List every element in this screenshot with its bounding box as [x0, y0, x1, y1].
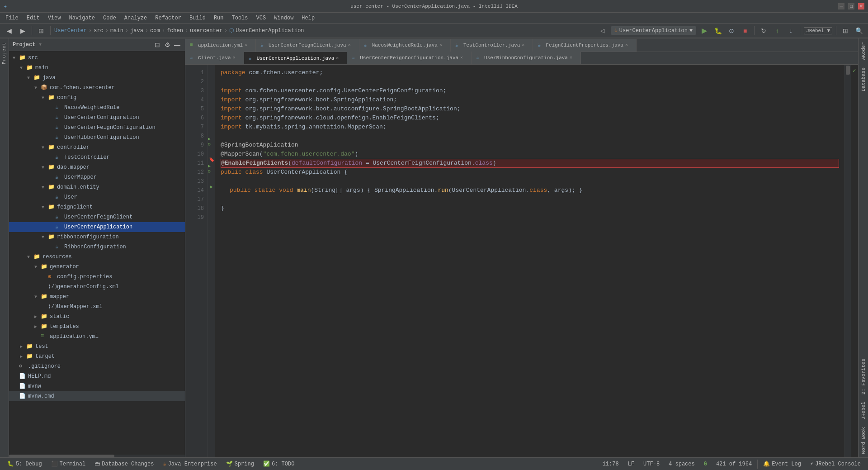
tree-item-UserRibbonConfiguration[interactable]: ☕ UserRibbonConfiguration: [9, 133, 185, 142]
encoding-indicator[interactable]: UTF-8: [640, 460, 663, 468]
event-log-button[interactable]: 🔔 Event Log: [760, 460, 805, 468]
breadcrumb-usercenter2[interactable]: usercenter: [190, 28, 222, 34]
line-ending-indicator[interactable]: LF: [624, 460, 638, 468]
spring-button[interactable]: 🌱 Spring: [222, 460, 258, 468]
vertical-scrollbar[interactable]: [844, 65, 851, 457]
breadcrumb-fchen[interactable]: fchen: [167, 28, 183, 34]
tree-item-generatorConfig-xml[interactable]: ⟨/⟩ generatorConfig.xml: [9, 282, 185, 292]
lines-indicator[interactable]: 421 of 1964: [712, 460, 755, 468]
tree-item-dao-mapper[interactable]: ▼ 📁 dao.mapper: [9, 162, 185, 172]
recent-files-button[interactable]: ⊞: [36, 25, 47, 36]
minimize-panel-button[interactable]: —: [173, 41, 181, 49]
indent-indicator[interactable]: 4 spaces: [665, 460, 698, 468]
menu-tools[interactable]: Tools: [228, 14, 252, 22]
tree-item-feignclient[interactable]: ▼ 📁 feignclient: [9, 202, 185, 212]
menu-refactor[interactable]: Refactor: [151, 14, 185, 22]
tree-item-config[interactable]: ▼ 📁 config: [9, 93, 185, 103]
tree-item-UserCenterConfiguration[interactable]: ☕ UserCenterConfiguration: [9, 113, 185, 123]
tree-item-UserCenterFeignConfiguration[interactable]: ☕ UserCenterFeignConfiguration: [9, 123, 185, 133]
database-changes-button[interactable]: 🗃 Database Changes: [91, 460, 157, 468]
breadcrumb-class[interactable]: UserCenterApplication: [236, 28, 304, 34]
right-panel-akoder[interactable]: AKoder: [859, 38, 868, 64]
tree-item-HELP-md[interactable]: 📄 HELP.md: [9, 371, 185, 381]
tree-item-src[interactable]: ▼ 📁 src: [9, 53, 185, 63]
update-button[interactable]: ↻: [758, 25, 769, 36]
tab-close-button[interactable]: ✕: [460, 55, 467, 61]
maximize-button[interactable]: □: [848, 3, 854, 9]
tree-item-test[interactable]: ▶ 📁 test: [9, 342, 185, 351]
tab-close-button[interactable]: ✕: [245, 42, 251, 48]
horizontal-scrollbar[interactable]: [9, 455, 185, 457]
tab-close-button[interactable]: ✕: [570, 55, 576, 61]
menu-view[interactable]: View: [44, 14, 65, 22]
tab-close-button[interactable]: ✕: [336, 55, 342, 62]
tab-application-yml[interactable]: ≡ application.yml ✕: [185, 39, 256, 52]
gutter-14[interactable]: ▶: [208, 182, 215, 191]
tree-item-NacosWeightedRule[interactable]: ☕ NacosWeightedRule: [9, 103, 185, 113]
jrebel-console-button[interactable]: ⚡ JRebel Console: [807, 460, 864, 468]
breadcrumb-main[interactable]: main: [110, 28, 123, 34]
tree-item-UserMapper-xml[interactable]: ⟨/⟩ UserMapper.xml: [9, 302, 185, 312]
tree-item-mapper[interactable]: ▼ 📁 mapper: [9, 292, 185, 302]
tree-item-UserMapper[interactable]: ☕ UserMapper: [9, 172, 185, 182]
tree-item-target[interactable]: ▶ 📁 target: [9, 351, 185, 361]
right-panel-favorites[interactable]: 2: Favorites: [859, 355, 868, 398]
breadcrumb-java[interactable]: java: [130, 28, 143, 34]
tree-item-application-yml[interactable]: ≡ application.yml: [9, 332, 185, 342]
tree-item-UserCenterFeignClient[interactable]: ☕ UserCenterFeignClient: [9, 212, 185, 222]
tab-FeignClientProperties[interactable]: ☕ FeignClientProperties.java ✕: [533, 39, 637, 52]
nav-left-icon[interactable]: ◁: [597, 25, 608, 36]
java-enterprise-button[interactable]: ☕ Java Enterprise: [159, 460, 220, 468]
tab-close-button[interactable]: ✕: [522, 42, 528, 48]
tree-item-ribbonconfiguration[interactable]: ▼ 📁 ribbonconfiguration: [9, 232, 185, 242]
menu-help[interactable]: Help: [298, 14, 318, 22]
forward-button[interactable]: ▶: [17, 25, 28, 36]
tree-item-User[interactable]: ☕ User: [9, 192, 185, 202]
menu-code[interactable]: Code: [99, 14, 120, 22]
menu-window[interactable]: Window: [270, 14, 297, 22]
gutter-12[interactable]: ▶ ⚙: [208, 164, 215, 173]
tab-UserCenterApplication[interactable]: ☕ UserCenterApplication.java ✕: [244, 52, 348, 64]
tree-item-templates[interactable]: ▶ 📁 templates: [9, 322, 185, 332]
tree-item-java[interactable]: ▼ 📁 java: [9, 73, 185, 83]
tree-item-resources[interactable]: ▼ 📁 resources: [9, 252, 185, 262]
gutter-9[interactable]: ▶ ⚙: [208, 137, 215, 146]
annotate-button[interactable]: ↓: [785, 25, 796, 36]
right-panel-database[interactable]: Database: [859, 64, 868, 95]
project-icon[interactable]: Project: [2, 42, 7, 64]
tab-close-button[interactable]: ✕: [348, 42, 354, 48]
run-button[interactable]: ▶: [699, 25, 710, 36]
run-configuration[interactable]: ☕ UserCenterApplication ▼: [611, 26, 697, 35]
tree-item-main[interactable]: ▼ 📁 main: [9, 63, 185, 73]
tab-NacosWeightedRule[interactable]: ☕ NacosWeightedRule.java ✕: [359, 39, 451, 52]
tree-item-UserCenterApplication[interactable]: ☕ UserCenterApplication: [9, 222, 185, 232]
tab-UserRibbonConfiguration[interactable]: ☕ UserRibbonConfiguration.java ✕: [472, 52, 581, 64]
debug-tool-button[interactable]: 🐛 5: Debug: [4, 460, 46, 468]
terminal-tool-button[interactable]: ⬛ Terminal: [47, 460, 90, 468]
close-button[interactable]: ✕: [858, 3, 864, 9]
minimize-button[interactable]: ─: [838, 3, 844, 9]
terminal-icon-btn[interactable]: ⊞: [840, 25, 851, 36]
debug-button[interactable]: 🐛: [712, 25, 723, 36]
tab-UserCenterFeignClient[interactable]: ☕ UserCenterFeignClient.java ✕: [256, 39, 359, 52]
menu-run[interactable]: Run: [210, 14, 227, 22]
menu-analyze[interactable]: Analyze: [121, 14, 151, 22]
tree-item-controller[interactable]: ▼ 📁 controller: [9, 142, 185, 152]
run-with-coverage-button[interactable]: ⊙: [726, 25, 737, 36]
tab-UserCenterFeignConfiguration[interactable]: ☕ UserCenterFeignConfiguration.java ✕: [347, 52, 472, 64]
collapse-all-button[interactable]: ⊟: [153, 41, 161, 49]
tab-close-button[interactable]: ✕: [625, 42, 632, 48]
menu-vcs[interactable]: VCS: [253, 14, 270, 22]
right-panel-jrebel[interactable]: JRebel: [859, 398, 868, 423]
tree-item-mvnw-cmd[interactable]: 📄 mvnw.cmd: [9, 391, 185, 401]
menu-edit[interactable]: Edit: [23, 14, 43, 22]
stop-button[interactable]: ■: [740, 25, 750, 36]
tree-item-static[interactable]: ▶ 📁 static: [9, 312, 185, 322]
menu-file[interactable]: File: [2, 14, 22, 22]
breadcrumb-com[interactable]: com: [150, 28, 160, 34]
settings-icon[interactable]: ⚙: [163, 41, 171, 49]
tree-item-mvnw[interactable]: 📄 mvnw: [9, 381, 185, 391]
gutter-11[interactable]: 🔖: [208, 155, 215, 164]
tree-item-RibbonConfiguration[interactable]: ☕ RibbonConfiguration: [9, 242, 185, 252]
tab-close-button[interactable]: ✕: [439, 42, 446, 48]
